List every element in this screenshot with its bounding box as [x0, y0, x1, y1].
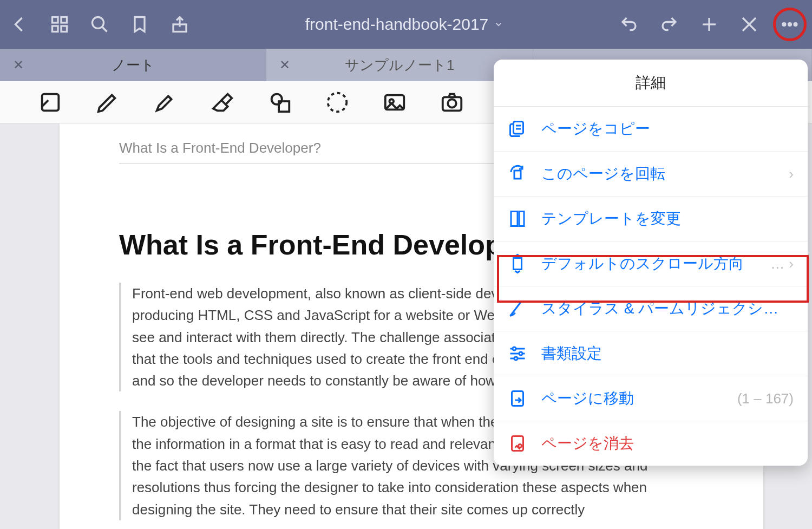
svg-point-17: [328, 93, 347, 112]
clear-page-icon: [508, 434, 527, 453]
svg-point-11: [783, 23, 785, 26]
svg-point-21: [448, 99, 456, 107]
shapes-tool-icon[interactable]: [267, 90, 292, 115]
svg-rect-3: [61, 26, 67, 32]
pen-tool-icon[interactable]: [95, 90, 120, 115]
menu-item-label: このページを回転: [541, 164, 665, 184]
stylus-icon: [508, 299, 527, 318]
menu-item-scroll-direction[interactable]: デフォルトのスクロール方向 …›: [494, 241, 808, 286]
close-tab-icon[interactable]: ✕: [13, 57, 24, 73]
menu-item-go-to-page[interactable]: ページに移動 (1 – 167): [494, 376, 808, 421]
menu-item-clear-page[interactable]: ページを消去: [494, 421, 808, 466]
chevron-down-icon: [494, 19, 503, 29]
svg-rect-37: [512, 391, 523, 406]
menu-item-stylus-palm[interactable]: スタイラス & パームリジェクシ…: [494, 286, 808, 331]
svg-rect-27: [514, 171, 521, 179]
menu-item-copy-page[interactable]: ページをコピー: [494, 107, 808, 152]
tab-note[interactable]: ✕ ノート: [0, 49, 266, 81]
menu-item-label: 書類設定: [541, 343, 602, 364]
menu-item-label: テンプレートを変更: [541, 208, 681, 229]
lasso-tool-icon[interactable]: [325, 90, 350, 115]
highlighter-tool-icon[interactable]: [153, 90, 178, 115]
svg-point-13: [794, 23, 797, 26]
svg-line-5: [102, 27, 107, 32]
search-icon[interactable]: [90, 15, 109, 34]
svg-point-15: [272, 94, 282, 104]
redo-icon[interactable]: [659, 15, 679, 34]
menu-item-label: ページに移動: [541, 388, 634, 409]
menu-item-trailer: …›: [770, 256, 794, 272]
menu-item-label: スタイラス & パームリジェクシ…: [541, 298, 778, 319]
svg-rect-29: [519, 212, 524, 226]
menu-item-trailer: (1 – 167): [737, 390, 794, 407]
eraser-tool-icon[interactable]: [210, 90, 235, 115]
tab-label: サンプルノート1: [345, 56, 454, 75]
svg-rect-1: [61, 17, 67, 23]
svg-rect-30: [514, 258, 522, 270]
menu-title: 詳細: [494, 60, 808, 107]
menu-item-label: ページを消去: [541, 433, 634, 454]
undo-icon[interactable]: [619, 15, 639, 34]
document-title-dropdown[interactable]: front-end-handbook-2017: [189, 15, 619, 34]
more-button-highlight: [773, 8, 807, 41]
svg-point-35: [519, 352, 522, 355]
menu-item-change-template[interactable]: テンプレートを変更: [494, 197, 808, 241]
menu-item-rotate-page[interactable]: このページを回転 ›: [494, 152, 808, 197]
svg-rect-24: [514, 122, 523, 134]
svg-point-36: [514, 357, 518, 360]
goto-page-icon: [508, 389, 527, 408]
more-button[interactable]: [780, 15, 800, 34]
grid-view-icon[interactable]: [50, 15, 69, 34]
svg-rect-0: [53, 17, 58, 23]
svg-rect-14: [42, 94, 59, 110]
share-icon[interactable]: [170, 15, 189, 34]
details-menu: 詳細 ページをコピー このページを回転 › テンプレートを変更 デフォルトのスク…: [494, 60, 808, 466]
svg-point-12: [789, 23, 791, 26]
tab-label: ノート: [112, 56, 155, 75]
svg-rect-39: [512, 436, 523, 451]
chevron-right-icon: ›: [789, 166, 794, 182]
bookmark-icon[interactable]: [130, 15, 149, 34]
menu-item-label: ページをコピー: [541, 119, 650, 139]
svg-point-4: [93, 17, 104, 29]
svg-point-40: [519, 445, 522, 448]
scroll-direction-icon: [508, 254, 527, 273]
menu-item-label: デフォルトのスクロール方向: [541, 253, 744, 274]
menu-item-document-settings[interactable]: 書類設定: [494, 331, 808, 376]
rotate-icon: [508, 164, 527, 184]
svg-rect-2: [53, 26, 58, 32]
settings-sliders-icon: [508, 344, 527, 363]
svg-point-34: [513, 347, 516, 350]
add-icon[interactable]: [699, 15, 719, 34]
camera-tool-icon[interactable]: [440, 90, 464, 115]
copy-page-icon: [508, 119, 527, 139]
template-icon: [508, 209, 527, 228]
scissors-icon[interactable]: [739, 15, 759, 34]
close-tab-icon[interactable]: ✕: [279, 57, 290, 73]
image-tool-icon[interactable]: [382, 90, 407, 115]
document-title: front-end-handbook-2017: [305, 15, 489, 34]
svg-rect-28: [511, 212, 518, 226]
back-button[interactable]: [10, 15, 29, 34]
page-tool-icon[interactable]: [38, 90, 63, 115]
